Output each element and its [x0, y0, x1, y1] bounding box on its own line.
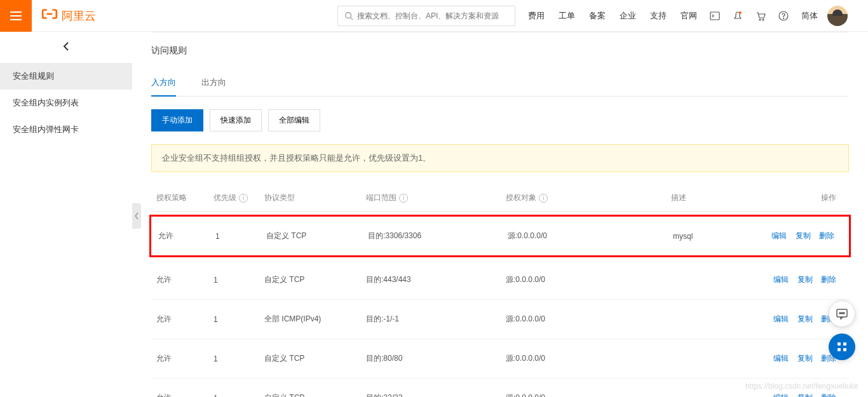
nav-ticket[interactable]: 工单: [559, 10, 575, 22]
svg-point-13: [839, 313, 841, 314]
table-body: 允许 1 自定义 TCP 目的:3306/3306 源:0.0.0.0/0 my…: [151, 215, 849, 397]
cell-priority: 1: [208, 276, 259, 285]
cell-port: 目的:80/80: [361, 353, 501, 364]
nav-icp[interactable]: 备案: [589, 10, 606, 22]
copy-link[interactable]: 复制: [797, 275, 813, 284]
cell-port: 目的:22/22: [361, 393, 501, 397]
cell-port: 目的:-1/-1: [361, 314, 501, 325]
table-row: 允许 1 全部 ICMP(IPv4) 目的:-1/-1 源:0.0.0.0/0 …: [151, 300, 849, 339]
quick-add-button[interactable]: 快速添加: [210, 109, 262, 131]
svg-rect-19: [843, 348, 846, 351]
lang-switch[interactable]: 简体: [801, 10, 818, 22]
tab-inbound[interactable]: 入方向: [151, 69, 176, 96]
tabs: 入方向 出方向: [151, 69, 849, 97]
edit-link[interactable]: 编辑: [773, 275, 789, 284]
col-policy: 授权策略: [151, 192, 208, 203]
sidebar: 安全组规则 安全组内实例列表 安全组内弹性网卡: [0, 32, 132, 397]
col-desc: 描述: [666, 192, 755, 203]
nav-icons: 简体: [710, 10, 818, 22]
cart-icon[interactable]: [756, 11, 766, 21]
button-row: 手动添加 快速添加 全部编辑: [151, 109, 849, 131]
delete-link[interactable]: 删除: [821, 275, 836, 284]
search-input[interactable]: [357, 11, 508, 20]
col-priority: 优先级i: [208, 192, 259, 203]
avatar[interactable]: [827, 6, 848, 26]
chevron-left-icon: [62, 41, 70, 51]
bell-icon[interactable]: [733, 11, 743, 21]
apps-button[interactable]: [829, 333, 855, 360]
menu-icon: [10, 10, 22, 22]
top-header: 阿里云 费用 工单 备案 企业 支持 官网 简体: [0, 0, 868, 32]
col-target: 授权对象i: [501, 192, 666, 203]
svg-rect-1: [10, 15, 22, 17]
svg-rect-16: [837, 342, 841, 346]
nav-site[interactable]: 官网: [681, 10, 697, 22]
delete-link[interactable]: 删除: [819, 231, 834, 240]
chat-icon: [836, 307, 848, 320]
sidebar-item-instances[interactable]: 安全组内实例列表: [0, 90, 132, 116]
info-icon[interactable]: i: [539, 194, 548, 203]
delete-link[interactable]: 删除: [821, 393, 836, 397]
table-row: 允许 1 自定义 TCP 目的:3306/3306 源:0.0.0.0/0 my…: [149, 215, 851, 257]
cell-target: 源:0.0.0.0/0: [501, 274, 666, 285]
cell-protocol: 自定义 TCP: [259, 274, 361, 285]
rules-table: 授权策略 优先级i 协议类型 端口范围i 授权对象i 描述 操作 允许 1 自定…: [151, 185, 849, 397]
sidebar-item-rules[interactable]: 安全组规则: [0, 63, 132, 90]
hamburger-menu[interactable]: [0, 0, 32, 32]
sidebar-collapse-handle[interactable]: [132, 203, 141, 229]
chevron-left-icon: [134, 212, 139, 220]
nav-links: 费用 工单 备案 企业 支持 官网: [528, 10, 697, 22]
edit-link[interactable]: 编辑: [771, 231, 787, 240]
col-port: 端口范围i: [361, 192, 501, 203]
back-button[interactable]: [0, 32, 132, 63]
table-row: 允许 1 自定义 TCP 目的:80/80 源:0.0.0.0/0 编辑 复制 …: [151, 339, 849, 379]
edit-link[interactable]: 编辑: [773, 393, 789, 397]
cell-port: 目的:3306/3306: [363, 231, 503, 241]
cell-protocol: 自定义 TCP: [259, 353, 361, 364]
cell-protocol: 全部 ICMP(IPv4): [259, 314, 361, 325]
cell-policy: 允许: [151, 353, 208, 364]
logo[interactable]: 阿里云: [41, 6, 96, 25]
edit-link[interactable]: 编辑: [773, 354, 789, 363]
chat-button[interactable]: [829, 300, 855, 327]
manual-add-button[interactable]: 手动添加: [151, 109, 203, 131]
watermark: https://blog.csdn.net/fengxueliuke: [745, 382, 858, 391]
cell-priority: 1: [210, 232, 261, 241]
cell-target: 源:0.0.0.0/0: [501, 353, 666, 364]
svg-rect-0: [10, 11, 22, 13]
search-box[interactable]: [337, 6, 515, 26]
nav-fee[interactable]: 费用: [528, 10, 545, 22]
notice-banner: 企业安全组不支持组组授权，并且授权策略只能是允许，优先级设置为1。: [151, 144, 849, 172]
svg-point-9: [763, 19, 764, 20]
tab-outbound[interactable]: 出方向: [201, 69, 226, 96]
nav-support[interactable]: 支持: [650, 10, 667, 22]
svg-point-15: [843, 313, 844, 314]
search-icon: [344, 11, 353, 20]
cell-priority: 1: [208, 354, 259, 363]
cell-target: 源:0.0.0.0/0: [501, 314, 666, 325]
copy-link[interactable]: 复制: [797, 393, 813, 397]
info-icon[interactable]: i: [239, 194, 248, 203]
svg-rect-6: [710, 12, 719, 20]
svg-line-5: [351, 17, 353, 20]
copy-link[interactable]: 复制: [797, 354, 813, 363]
svg-point-4: [346, 12, 351, 18]
info-icon[interactable]: i: [399, 194, 408, 203]
svg-point-14: [841, 313, 843, 314]
main-content: 访问规则 入方向 出方向 手动添加 快速添加 全部编辑 企业安全组不支持组组授权…: [132, 32, 868, 397]
table-header: 授权策略 优先级i 协议类型 端口范围i 授权对象i 描述 操作: [151, 185, 849, 212]
cell-protocol: 自定义 TCP: [261, 231, 363, 241]
nav-enterprise[interactable]: 企业: [620, 10, 636, 22]
copy-link[interactable]: 复制: [796, 231, 811, 240]
edit-link[interactable]: 编辑: [773, 314, 789, 323]
svg-rect-18: [837, 348, 841, 351]
table-row: 允许 1 自定义 TCP 目的:443/443 源:0.0.0.0/0 编辑 复…: [151, 260, 849, 300]
terminal-icon[interactable]: [710, 11, 720, 21]
cell-ops: 编辑 复制 删除: [755, 274, 849, 285]
help-icon[interactable]: [778, 11, 789, 21]
sidebar-item-eni[interactable]: 安全组内弹性网卡: [0, 116, 132, 143]
logo-text: 阿里云: [62, 8, 96, 24]
copy-link[interactable]: 复制: [797, 314, 813, 323]
edit-all-button[interactable]: 全部编辑: [268, 109, 320, 131]
svg-rect-2: [10, 19, 22, 20]
